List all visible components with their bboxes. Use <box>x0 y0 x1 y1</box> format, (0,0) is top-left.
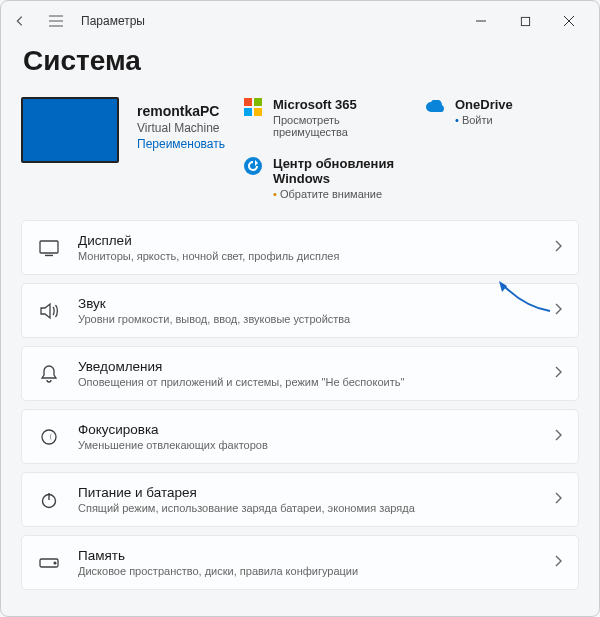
chevron-right-icon <box>554 303 562 318</box>
setting-title: Звук <box>78 296 536 311</box>
setting-sub: Дисковое пространство, диски, правила ко… <box>78 565 536 577</box>
setting-notifications[interactable]: Уведомления Оповещения от приложений и с… <box>21 346 579 401</box>
setting-sub: Спящий режим, использование заряда батар… <box>78 502 536 514</box>
setting-title: Фокусировка <box>78 422 536 437</box>
chevron-right-icon <box>554 366 562 381</box>
setting-title: Питание и батарея <box>78 485 536 500</box>
titlebar: Параметры <box>1 1 599 41</box>
svg-point-14 <box>42 430 56 444</box>
maximize-button[interactable] <box>503 5 547 37</box>
chevron-right-icon <box>554 429 562 444</box>
monitor-icon <box>38 237 60 259</box>
bell-icon <box>38 363 60 385</box>
chevron-right-icon <box>554 492 562 507</box>
svg-point-11 <box>244 157 262 175</box>
tile-windows-update[interactable]: Центр обновления Windows Обратите вниман… <box>243 156 397 200</box>
minimize-button[interactable] <box>459 5 503 37</box>
svg-rect-7 <box>244 98 252 106</box>
setting-title: Память <box>78 548 536 563</box>
setting-title: Уведомления <box>78 359 536 374</box>
settings-list: Дисплей Мониторы, яркость, ночной свет, … <box>21 220 579 590</box>
update-icon <box>243 156 263 176</box>
close-button[interactable] <box>547 5 591 37</box>
page-heading: Система <box>23 45 579 77</box>
microsoft-365-icon <box>243 97 263 117</box>
setting-sub: Мониторы, яркость, ночной свет, профиль … <box>78 250 536 262</box>
svg-point-18 <box>54 562 56 564</box>
back-button[interactable] <box>9 10 31 32</box>
device-name: remontkaPC <box>137 103 225 119</box>
setting-sub: Оповещения от приложений и системы, режи… <box>78 376 536 388</box>
setting-title: Дисплей <box>78 233 536 248</box>
tile-title: OneDrive <box>455 97 513 112</box>
tile-sub: Войти <box>455 114 513 126</box>
setting-sub: Уровни громкости, вывод, ввод, звуковые … <box>78 313 536 325</box>
drive-icon <box>38 552 60 574</box>
onedrive-icon <box>425 97 445 117</box>
tile-title: Центр обновления Windows <box>273 156 397 186</box>
svg-rect-4 <box>521 17 529 25</box>
device-info-row: remontkaPC Virtual Machine Переименовать <box>21 97 579 200</box>
setting-focus[interactable]: Фокусировка Уменьшение отвлекающих факто… <box>21 409 579 464</box>
svg-rect-9 <box>244 108 252 116</box>
tile-sub: Просмотреть преимущества <box>273 114 397 138</box>
setting-sub: Уменьшение отвлекающих факторов <box>78 439 536 451</box>
tile-sub: Обратите внимание <box>273 188 397 200</box>
device-thumbnail[interactable] <box>21 97 119 163</box>
chevron-right-icon <box>554 555 562 570</box>
device-type: Virtual Machine <box>137 121 225 135</box>
nav-menu-button[interactable] <box>45 10 67 32</box>
setting-power[interactable]: Питание и батарея Спящий режим, использо… <box>21 472 579 527</box>
tile-microsoft-365[interactable]: Microsoft 365 Просмотреть преимущества <box>243 97 397 138</box>
moon-icon <box>38 426 60 448</box>
svg-rect-8 <box>254 98 262 106</box>
power-icon <box>38 489 60 511</box>
tile-onedrive[interactable]: OneDrive Войти <box>425 97 579 138</box>
tile-title: Microsoft 365 <box>273 97 397 112</box>
svg-rect-12 <box>40 241 58 253</box>
chevron-right-icon <box>554 240 562 255</box>
setting-display[interactable]: Дисплей Мониторы, яркость, ночной свет, … <box>21 220 579 275</box>
svg-rect-10 <box>254 108 262 116</box>
setting-storage[interactable]: Память Дисковое пространство, диски, пра… <box>21 535 579 590</box>
app-title: Параметры <box>81 14 145 28</box>
rename-device-link[interactable]: Переименовать <box>137 137 225 151</box>
speaker-icon <box>38 300 60 322</box>
setting-sound[interactable]: Звук Уровни громкости, вывод, ввод, звук… <box>21 283 579 338</box>
